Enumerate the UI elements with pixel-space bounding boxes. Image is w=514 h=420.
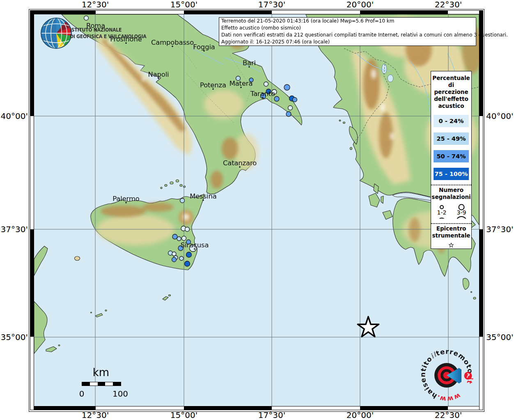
axis-tick-label-bottom: 17°30' <box>258 410 285 420</box>
felt-report-point[interactable] <box>180 199 185 203</box>
felt-report-point[interactable] <box>236 76 241 81</box>
event-info-box: Terremoto del 21-05-2020 01:43:16 (ora l… <box>219 17 476 46</box>
felt-report-point[interactable] <box>185 261 190 267</box>
city-dot <box>212 88 214 90</box>
city-dot <box>194 248 195 250</box>
frame-segment <box>480 337 483 410</box>
legend-reports-title: Numero segnalazioni <box>431 187 471 201</box>
felt-report-point[interactable] <box>266 89 271 94</box>
legend-class-swatch: 0 - 24% <box>434 115 469 127</box>
city-dot <box>202 199 204 201</box>
felt-report-point[interactable] <box>172 258 177 262</box>
map-svg: www.haisentitoilterremoto.it ? <box>34 14 479 406</box>
felt-report-point[interactable] <box>185 227 190 232</box>
felt-report-point[interactable] <box>274 96 279 101</box>
frame-segment <box>272 11 360 14</box>
axis-tick-label-top: 17°30' <box>258 0 285 9</box>
city-dot <box>239 166 241 168</box>
city-dot <box>172 46 173 47</box>
axis-tick-label-right: 37°30' <box>486 224 513 234</box>
axis-tick-label-top: 12°30' <box>82 0 109 9</box>
frame-bottom <box>30 406 483 410</box>
map-canvas[interactable]: www.haisentitoilterremoto.it ? <box>34 14 479 406</box>
event-effect: Effetto acustico (rombo sismico) <box>221 25 476 32</box>
legend-class-swatch: 25 - 49% <box>434 132 469 145</box>
frame-segment <box>30 229 34 337</box>
felt-report-point[interactable] <box>186 252 192 258</box>
frame-segment <box>184 406 272 410</box>
legend-panel: Percentuale di percezione dell'effetto a… <box>431 71 472 249</box>
axis-tick-label-bottom: 15°00' <box>170 410 197 420</box>
frame-segment <box>30 11 34 116</box>
felt-report-point[interactable] <box>288 106 293 110</box>
event-updated: Aggiornato il: 16-12-2025 07:46 (ora loc… <box>221 39 476 46</box>
scalebar-end: 100 <box>112 389 128 399</box>
felt-report-point[interactable] <box>293 98 297 102</box>
scalebar-start: 0 <box>79 389 85 399</box>
axis-tick-label-left: 37°30' <box>1 224 28 234</box>
frame-segment <box>480 116 483 229</box>
frame-segment <box>30 11 96 14</box>
city-dot <box>240 87 242 88</box>
legend-star-icon <box>445 242 457 249</box>
frame-segment <box>480 11 483 116</box>
axis-tick-label-left: 40°00' <box>1 111 28 121</box>
felt-report-point[interactable] <box>284 84 290 90</box>
axis-tick-label-top: 15°00' <box>170 0 197 9</box>
legend-perception-title: Percentuale di percezione dell'effetto a… <box>431 75 471 110</box>
legend-size-label: 3-9 <box>457 209 466 216</box>
map-screen: { "axes": { "x_labels": ["12°30'", "15°0… <box>0 0 514 420</box>
ingv-globe-icon <box>40 17 72 49</box>
legend-swatches: 0 - 24%25 - 49%50 - 74%75 - 100% <box>434 110 469 180</box>
ingv-name-line2: DI GEOFISICA E VULCANOLOGIA <box>70 34 147 39</box>
felt-report-point[interactable] <box>179 256 184 260</box>
frame-segment <box>96 11 184 14</box>
scalebar-unit: km <box>93 366 109 379</box>
frame-segment <box>30 406 96 410</box>
felt-report-point[interactable] <box>264 82 268 87</box>
felt-report-point[interactable] <box>190 245 197 252</box>
city-dot <box>203 50 205 52</box>
legend-divider2 <box>431 223 471 224</box>
ingv-logo: ISTITUTO NAZIONALE DI GEOFISICA E VULCAN… <box>40 17 163 50</box>
frame-segment <box>30 337 34 410</box>
frame-segment <box>448 11 483 14</box>
legend-epicenter-title: Epicentro strumentale <box>431 225 471 239</box>
axis-tick-label-right: 40°00' <box>486 111 513 121</box>
city-dot <box>125 202 127 203</box>
legend-size-circle <box>440 205 443 209</box>
frame-segment <box>30 116 34 229</box>
legend-size-label: 1-2 <box>437 209 447 216</box>
axis-tick-label-top: 22°30' <box>435 0 462 9</box>
felt-report-point[interactable] <box>272 89 277 94</box>
frame-right <box>479 10 483 410</box>
legend-size-circle <box>438 218 446 219</box>
axis-tick-label-right: 35°00' <box>486 332 513 342</box>
scalebar <box>82 382 121 386</box>
legend-class-swatch: 75 - 100% <box>434 168 469 180</box>
frame-segment <box>360 11 448 14</box>
axis-tick-label-bottom: 22°30' <box>435 410 462 420</box>
frame-segment <box>96 406 184 410</box>
felt-report-point[interactable] <box>178 246 183 251</box>
frame-segment <box>272 406 360 410</box>
felt-report-point[interactable] <box>172 234 177 239</box>
axis-tick-label-left: 35°00' <box>1 332 28 342</box>
felt-report-point[interactable] <box>177 237 181 241</box>
frame-segment <box>184 11 272 14</box>
axis-tick-label-bottom: 12°30' <box>82 410 109 420</box>
event-data-note: Dati non verificati estratti da 212 ques… <box>221 32 476 39</box>
frame-left <box>30 10 34 410</box>
legend-size-circle <box>456 217 467 219</box>
event-title: Terremoto del 21-05-2020 01:43:16 (ora l… <box>221 18 476 25</box>
legend-divider <box>431 185 471 185</box>
felt-report-point[interactable] <box>182 236 186 241</box>
frame-top <box>30 10 483 14</box>
felt-report-point[interactable] <box>249 78 253 82</box>
felt-report-point[interactable] <box>286 112 291 116</box>
frame-segment <box>480 229 483 337</box>
felt-report-point[interactable] <box>186 240 191 244</box>
frame-segment <box>448 406 483 410</box>
city-dot <box>262 97 264 98</box>
axis-tick-label-bottom: 20°00' <box>346 410 374 420</box>
